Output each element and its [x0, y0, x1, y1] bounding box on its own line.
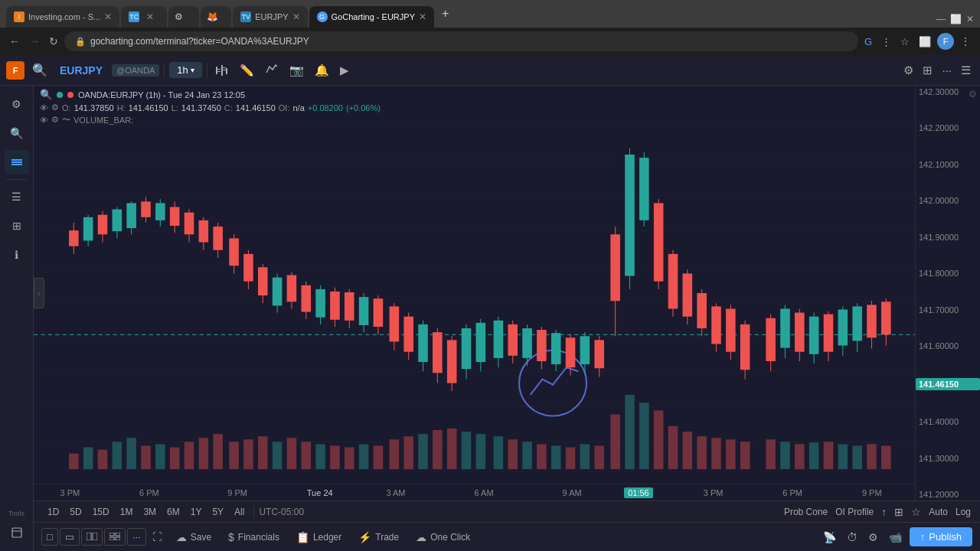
tf-1y[interactable]: 1Y — [186, 505, 207, 519]
split-h-icon-btn[interactable]: ▭ — [60, 528, 80, 546]
settings-gear-button[interactable]: ⚙ — [900, 60, 916, 80]
sidebar-icon-info[interactable]: ℹ — [5, 243, 29, 267]
sidebar-icon-search[interactable]: 🔍 — [5, 121, 29, 145]
auto-button[interactable]: Auto — [929, 507, 948, 517]
sidebar-icon-grid[interactable]: ⊞ — [5, 214, 29, 238]
browser-tab-gc[interactable]: G GoCharting - EURJPY ✕ — [309, 6, 434, 28]
tab-close-tc[interactable]: ✕ — [146, 11, 154, 22]
tab-close-inv[interactable]: ✕ — [104, 11, 112, 22]
svg-rect-171 — [580, 444, 590, 469]
publish-button[interactable]: ↑ Publish — [910, 527, 972, 546]
tf-6m[interactable]: 6M — [162, 505, 185, 519]
browser-tab-tv[interactable]: TV EURJPY ✕ — [233, 6, 307, 28]
grid-layout-btn[interactable] — [104, 528, 126, 546]
sidebar-icon-settings[interactable]: ⚙ — [5, 92, 29, 116]
sidebar-toggle-icon[interactable]: ⬜ — [916, 34, 934, 49]
tf-all[interactable]: All — [230, 505, 249, 519]
svg-rect-109 — [683, 273, 693, 316]
sidebar-icon-list[interactable]: ☰ — [5, 184, 29, 209]
menu-button[interactable]: ☰ — [958, 60, 974, 80]
more-layouts-btn[interactable]: ··· — [127, 528, 146, 546]
tools-action-button[interactable]: ⚙ — [865, 528, 881, 546]
search-button[interactable]: 🔍 — [29, 60, 51, 80]
eye-icon-vol[interactable]: 👁 — [40, 116, 48, 125]
ohlc-open: 141.37850 — [74, 103, 114, 112]
tab-close-gc[interactable]: ✕ — [419, 11, 426, 22]
tf-5d[interactable]: 5D — [65, 505, 86, 519]
oi-profile-button[interactable]: OI Profile — [835, 507, 874, 517]
tf-15d[interactable]: 15D — [88, 505, 114, 519]
svg-rect-115 — [726, 308, 736, 351]
collapse-button[interactable]: ‹ — [34, 278, 44, 308]
svg-rect-38 — [170, 207, 180, 227]
address-bar[interactable]: 🔒 gocharting.com/terminal?ticker=OANDA%3… — [64, 31, 858, 51]
log-button[interactable]: Log — [956, 507, 971, 517]
profile-button[interactable]: F — [937, 33, 954, 50]
price-scale-settings[interactable]: ⚙ — [969, 89, 977, 99]
svg-rect-83 — [494, 321, 504, 358]
indicator-button[interactable] — [262, 59, 282, 81]
svg-rect-0 — [216, 67, 217, 74]
tab-close-tv[interactable]: ✕ — [292, 11, 300, 22]
timer-button[interactable]: ⏱ — [844, 528, 861, 546]
zoom-icon[interactable]: 🔍 — [40, 89, 52, 100]
tf-1d[interactable]: 1D — [43, 505, 64, 519]
browser-tab-inv[interactable]: I Investing.com - S... ✕ — [6, 6, 119, 28]
broadcast-button[interactable]: 📡 — [820, 528, 839, 546]
svg-rect-149 — [258, 436, 268, 469]
browser-tab-tc[interactable]: TC ✕ — [121, 6, 167, 28]
more-options-button[interactable]: ··· — [939, 60, 955, 80]
grid-view-button[interactable]: ⊞ — [894, 506, 903, 518]
eye-icon[interactable]: 👁 — [40, 103, 48, 112]
timeframe-bar: 1D 5D 15D 1M 3M 6M 1Y 5Y All UTC-05:00 P… — [34, 500, 980, 522]
layers-button[interactable]: ⊞ — [920, 60, 936, 80]
timeframe-selector[interactable]: 1h ▾ — [169, 62, 201, 78]
replay-button[interactable]: 🔔 — [312, 60, 332, 80]
tf-1m[interactable]: 1M — [116, 505, 138, 519]
svg-rect-166 — [508, 439, 518, 469]
upload-icon: ↑ — [920, 531, 926, 543]
save-button[interactable]: ☁ Save — [168, 528, 219, 546]
google-icon[interactable]: G — [861, 34, 875, 49]
minimize-icon[interactable]: — — [936, 14, 946, 24]
maximize-icon[interactable]: ⬜ — [950, 14, 962, 24]
browser-tab-settings[interactable]: ⚙ — [168, 6, 199, 28]
sidebar-icon-tools[interactable] — [5, 520, 29, 545]
square-icon-btn[interactable]: □ — [41, 528, 58, 546]
svg-rect-190 — [867, 444, 877, 469]
bookmark-icon[interactable]: ☆ — [897, 34, 913, 49]
close-window-icon[interactable]: ✕ — [966, 14, 974, 24]
forward-button[interactable]: → — [26, 32, 43, 51]
tf-5y[interactable]: 5Y — [207, 505, 228, 519]
refresh-button[interactable]: ↻ — [46, 32, 61, 51]
ledger-button[interactable]: 📋 Ledger — [289, 528, 349, 546]
financials-button[interactable]: $ Financials — [220, 528, 287, 546]
one-click-button[interactable]: ☁ One Click — [408, 528, 478, 546]
star-button[interactable]: ☆ — [911, 506, 921, 518]
video-button[interactable]: 📹 — [886, 528, 905, 546]
tf-3m[interactable]: 3M — [139, 505, 161, 519]
play-button[interactable]: ▶ — [337, 60, 352, 80]
back-button[interactable]: ← — [6, 32, 23, 51]
settings-vol-icon[interactable]: ⚙ — [51, 115, 59, 125]
new-tab-button[interactable]: + — [436, 7, 455, 21]
svg-rect-74 — [433, 332, 443, 373]
ticker-button[interactable]: EURJPY — [55, 63, 107, 78]
draw-tool-button[interactable]: ✏️ — [237, 60, 257, 80]
svg-rect-87 — [522, 328, 532, 358]
extensions-icon[interactable]: ⋮ — [878, 34, 894, 49]
tab-label-inv: Investing.com - S... — [28, 12, 100, 21]
prob-cone-button[interactable]: Prob Cone — [784, 507, 828, 517]
fullscreen-btn[interactable]: ⛶ — [148, 529, 167, 545]
menu-icon[interactable]: ⋮ — [957, 34, 974, 49]
browser-tab-fox[interactable]: 🦊 — [201, 6, 231, 28]
settings-dot-icon[interactable]: ⚙ — [51, 103, 59, 112]
trade-button[interactable]: ⚡ Trade — [351, 528, 407, 546]
sidebar-icon-layers[interactable] — [5, 150, 29, 174]
share-button[interactable]: ↑ — [881, 506, 887, 518]
chart-type-button[interactable] — [212, 60, 232, 80]
split-v-icon-btn[interactable] — [81, 528, 103, 546]
svg-rect-42 — [199, 220, 209, 243]
alert-button[interactable]: 📷 — [286, 60, 307, 80]
app-logo[interactable]: F — [6, 61, 24, 80]
